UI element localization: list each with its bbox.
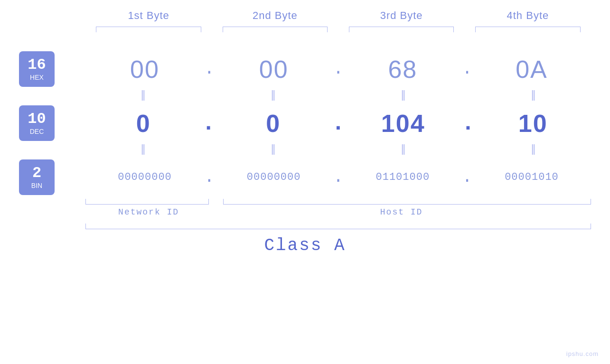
eq2-3: ‖ [346, 143, 461, 155]
dec-dot-2: . [331, 111, 345, 136]
bracket-cell-1 [85, 27, 212, 32]
hex-badge-number: 16 [28, 57, 46, 73]
dec-dot-3: . [461, 111, 475, 136]
dec-byte-1: 0 [85, 109, 202, 138]
hex-byte-2: 00 [215, 55, 333, 84]
bin-byte-3: 01101000 [343, 171, 462, 183]
bracket-top-3 [349, 27, 454, 32]
dec-data-row: 0 . 0 . 104 . 10 [85, 109, 591, 138]
byte-header-4: 4th Byte [465, 9, 591, 22]
hex-byte-1: 00 [85, 55, 204, 84]
eq1-2: ‖ [216, 89, 331, 101]
bin-badge-number: 2 [32, 166, 41, 181]
bracket-top-4 [475, 27, 581, 32]
network-bracket [85, 199, 209, 205]
equals-row-2: ‖ ‖ ‖ ‖ [85, 143, 591, 155]
dec-badge-number: 10 [28, 112, 46, 127]
outer-bracket [85, 224, 591, 229]
eq2-4: ‖ [475, 143, 591, 155]
bin-dot-2: . [333, 168, 344, 187]
bin-row: 2 BIN 00000000 . 00000000 . 01101000 . 0… [19, 159, 591, 195]
hex-dot-1: . [204, 59, 215, 79]
bottom-brackets [85, 199, 591, 205]
hex-dot-3: . [462, 59, 472, 79]
dec-dot-1: . [202, 111, 216, 136]
byte-header-1: 1st Byte [85, 9, 212, 22]
bracket-top-2 [223, 27, 328, 32]
bracket-cell-3 [338, 27, 465, 32]
eq1-1: ‖ [85, 89, 201, 101]
bin-dot-1: . [204, 168, 215, 187]
bin-byte-4: 00001010 [472, 171, 591, 183]
dec-byte-2: 0 [215, 109, 331, 138]
hex-data-row: 00 . 00 . 68 . 0A [85, 55, 591, 84]
bin-data-row: 00000000 . 00000000 . 01101000 . 0000101… [85, 168, 591, 187]
byte-header-3: 3rd Byte [338, 9, 465, 22]
eq1-3: ‖ [346, 89, 461, 101]
id-labels: Network ID Host ID [85, 207, 591, 217]
bracket-cell-2 [212, 27, 338, 32]
hex-badge-label: HEX [30, 74, 44, 81]
host-bracket [223, 199, 591, 205]
main-container: 1st Byte 2nd Byte 3rd Byte 4th Byte 16 H… [0, 0, 610, 364]
network-id-label: Network ID [85, 207, 212, 217]
bracket-top-1 [96, 27, 201, 32]
class-label: Class A [19, 236, 591, 255]
bin-byte-2: 00000000 [215, 171, 333, 183]
dec-byte-4: 10 [475, 109, 591, 138]
hex-byte-4: 0A [472, 55, 591, 84]
bin-badge-label: BIN [31, 182, 42, 189]
bracket-cell-4 [465, 27, 591, 32]
eq2-1: ‖ [85, 143, 201, 155]
dec-row: 10 DEC 0 . 0 . 104 . 10 [19, 105, 591, 141]
hex-badge: 16 HEX [19, 51, 55, 87]
hex-row: 16 HEX 00 . 00 . 68 . 0A [19, 51, 591, 87]
outer-bracket-row [85, 224, 591, 229]
bin-badge: 2 BIN [19, 159, 55, 195]
byte-header-2: 2nd Byte [212, 9, 338, 22]
bin-byte-1: 00000000 [85, 171, 204, 183]
hex-dot-2: . [333, 59, 344, 79]
watermark: ipshu.com [566, 350, 599, 357]
dec-badge: 10 DEC [19, 105, 55, 141]
equals-row-1: ‖ ‖ ‖ ‖ [85, 89, 591, 101]
dec-byte-3: 104 [345, 109, 461, 138]
host-id-label: Host ID [212, 207, 591, 217]
top-brackets [85, 27, 591, 32]
hex-byte-3: 68 [343, 55, 462, 84]
dec-badge-label: DEC [30, 128, 44, 135]
byte-headers: 1st Byte 2nd Byte 3rd Byte 4th Byte [85, 9, 591, 22]
eq2-2: ‖ [216, 143, 331, 155]
bottom-section: Network ID Host ID [85, 199, 591, 217]
bin-dot-3: . [462, 168, 472, 187]
eq1-4: ‖ [475, 89, 591, 101]
